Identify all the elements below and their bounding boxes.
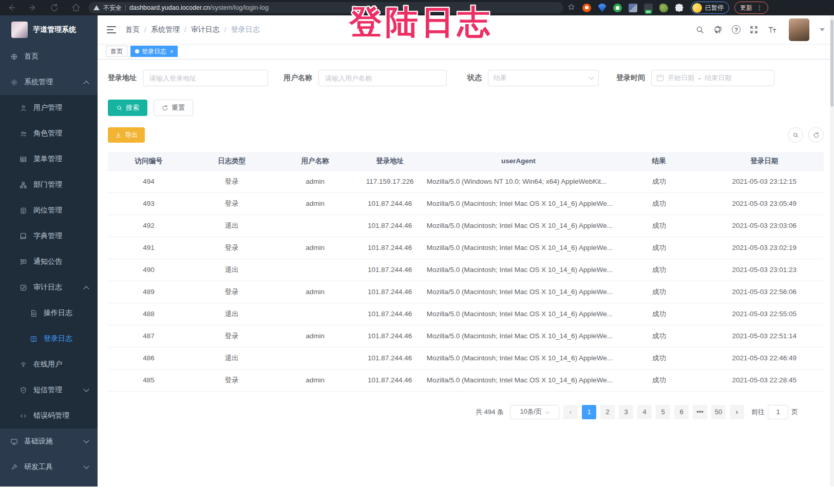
tag-home[interactable]: 首页 xyxy=(106,46,127,57)
sidebar-item-home[interactable]: 首页 xyxy=(0,44,98,69)
extension-icon-leaf[interactable] xyxy=(659,4,668,12)
extension-icon-puzzle[interactable] xyxy=(675,4,684,12)
table-row[interactable]: 485登录admin101.87.244.46Mozilla/5.0 (Maci… xyxy=(108,369,824,391)
fullscreen-icon[interactable] xyxy=(749,25,759,35)
username-input[interactable] xyxy=(318,70,447,86)
sidebar-item-dictionary[interactable]: 字典管理 xyxy=(0,223,98,249)
table-header-row: 访问编号 日志类型 用户名称 登录地址 userAgent 结果 登录日期 xyxy=(108,152,824,170)
goto-page-input[interactable] xyxy=(768,405,788,419)
address-label: 登录地址 xyxy=(108,73,137,83)
status-select[interactable]: 结果 xyxy=(488,70,599,86)
page-ellipsis[interactable]: ••• xyxy=(693,405,707,419)
page-button-5[interactable]: 5 xyxy=(656,405,670,419)
sidebar-item-roles[interactable]: 角色管理 xyxy=(0,121,98,146)
sidebar-item-error-codes[interactable]: 错误码管理 xyxy=(0,403,98,429)
table-row[interactable]: 488退出101.87.244.46Mozilla/5.0 (Macintosh… xyxy=(108,303,824,325)
extension-icon-green-circle[interactable] xyxy=(613,4,622,12)
monitor-icon xyxy=(10,438,18,445)
search-button[interactable]: 搜索 xyxy=(108,100,147,116)
main-area: 首页/ 系统管理/ 审计日志/ 登录日志 ? 首页 登录日志 × xyxy=(98,15,834,487)
font-size-icon[interactable] xyxy=(767,25,778,35)
address-input[interactable] xyxy=(143,70,268,86)
page-size-select[interactable]: 10条/页 xyxy=(510,405,559,419)
not-secure-warning-icon xyxy=(93,5,100,10)
page-content: 登录地址 用户名称 状态 结果 登录时间 开始日期 - 结束日期 xyxy=(98,60,834,487)
filter-actions: 搜索 重置 xyxy=(108,100,824,116)
sidebar-item-sms[interactable]: 短信管理 xyxy=(0,377,98,403)
update-label: 更新 xyxy=(740,4,752,12)
users-icon xyxy=(20,130,27,138)
breadcrumb-home[interactable]: 首页 xyxy=(125,25,140,34)
table-row[interactable]: 494登录admin117.159.17.226Mozilla/5.0 (Win… xyxy=(108,170,824,192)
collapse-sidebar-icon[interactable] xyxy=(107,26,116,33)
extension-icon-blue-squares[interactable] xyxy=(629,4,637,12)
browser-profile-badge[interactable]: 已暂停 xyxy=(691,2,729,14)
date-range-picker[interactable]: 开始日期 - 结束日期 xyxy=(651,70,774,86)
close-tag-icon[interactable]: × xyxy=(170,48,173,54)
user-avatar[interactable] xyxy=(789,18,809,41)
sidebar-item-audit-log[interactable]: 审计日志 xyxy=(0,275,98,300)
tag-login-log[interactable]: 登录日志 × xyxy=(130,46,178,57)
page-button-2[interactable]: 2 xyxy=(600,405,615,419)
extension-icon-list-on[interactable]: on xyxy=(644,4,653,12)
table-row[interactable]: 487登录admin101.87.244.46Mozilla/5.0 (Maci… xyxy=(108,325,824,347)
sidebar-item-posts[interactable]: 岗位管理 xyxy=(0,198,98,223)
extension-icon-blue-gem[interactable] xyxy=(598,4,606,12)
table-row[interactable]: 486退出101.87.244.46Mozilla/5.0 (Macintosh… xyxy=(108,347,824,369)
browser-back-icon[interactable] xyxy=(6,3,16,13)
toggle-search-button[interactable] xyxy=(788,127,803,143)
breadcrumb-audit[interactable]: 审计日志 xyxy=(191,25,220,34)
browser-update-button[interactable]: 更新 ⋮ xyxy=(734,2,768,14)
col-id: 访问编号 xyxy=(108,152,189,170)
sidebar-item-online-users[interactable]: 在线用户 xyxy=(0,352,98,377)
chevron-down-icon xyxy=(83,463,89,469)
table-row[interactable]: 489登录admin101.87.244.46Mozilla/5.0 (Maci… xyxy=(108,281,824,303)
browser-forward-icon[interactable] xyxy=(28,3,38,13)
url-text[interactable]: dashboard.yudao.iocoder.cn/system/log/lo… xyxy=(129,4,269,11)
page-button-50[interactable]: 50 xyxy=(711,405,726,419)
sidebar-item-dev-tools[interactable]: 研发工具 xyxy=(0,454,98,480)
sidebar-item-notices[interactable]: 通知公告 xyxy=(0,249,98,275)
goto-label: 前往 xyxy=(751,408,765,417)
github-icon[interactable] xyxy=(713,25,724,35)
chevron-up-icon xyxy=(83,286,89,292)
bookmark-star-icon[interactable] xyxy=(567,3,575,13)
browser-home-icon[interactable] xyxy=(71,3,81,13)
filter-form: 登录地址 用户名称 状态 结果 登录时间 开始日期 - 结束日期 xyxy=(108,70,824,86)
help-icon[interactable]: ? xyxy=(732,25,741,34)
sidebar-item-login-log[interactable]: 登录日志 xyxy=(0,326,98,352)
sidebar-item-menus[interactable]: 菜单管理 xyxy=(0,146,98,172)
sidebar-item-departments[interactable]: 部门管理 xyxy=(0,172,98,198)
extension-icon-orange[interactable] xyxy=(582,4,591,12)
page-button-4[interactable]: 4 xyxy=(637,405,652,419)
login-log-table: 访问编号 日志类型 用户名称 登录地址 userAgent 结果 登录日期 49… xyxy=(108,152,824,392)
scrollbar-thumb[interactable] xyxy=(830,20,833,107)
active-tag-dot xyxy=(135,49,139,53)
chevron-down-icon xyxy=(83,386,89,392)
table-row[interactable]: 490退出101.87.244.46Mozilla/5.0 (Macintosh… xyxy=(108,259,824,281)
search-icon[interactable] xyxy=(695,25,705,35)
page-button-3[interactable]: 3 xyxy=(619,405,633,419)
browser-reload-icon[interactable] xyxy=(49,3,60,13)
page-button-6[interactable]: 6 xyxy=(674,405,689,419)
breadcrumb-system[interactable]: 系统管理 xyxy=(151,25,180,34)
profile-avatar xyxy=(692,3,702,13)
refresh-table-button[interactable] xyxy=(808,127,824,143)
sidebar-item-users[interactable]: 用户管理 xyxy=(0,95,98,121)
table-row[interactable]: 491登录admin101.87.244.46Mozilla/5.0 (Maci… xyxy=(108,237,824,259)
app-logo-bar[interactable]: 芋道管理系统 xyxy=(0,15,98,44)
reset-button[interactable]: 重置 xyxy=(154,100,193,116)
table-row[interactable]: 492退出101.87.244.46Mozilla/5.0 (Macintosh… xyxy=(108,215,824,237)
page-scrollbar[interactable] xyxy=(830,15,834,487)
browser-menu-icon[interactable]: ⋮ xyxy=(756,5,763,10)
caret-down-icon[interactable] xyxy=(820,28,825,31)
export-button[interactable]: 导出 xyxy=(108,127,145,143)
next-page-button[interactable]: › xyxy=(730,405,744,419)
sidebar-item-system[interactable]: 系统管理 xyxy=(0,69,98,95)
prev-page-button[interactable]: ‹ xyxy=(563,405,578,419)
page-button-1[interactable]: 1 xyxy=(582,405,596,419)
sidebar-item-infrastructure[interactable]: 基础设施 xyxy=(0,429,98,454)
table-row[interactable]: 493登录admin101.87.244.46Mozilla/5.0 (Maci… xyxy=(108,192,824,215)
sidebar-item-operation-log[interactable]: 操作日志 xyxy=(0,300,98,326)
col-type: 日志类型 xyxy=(189,152,274,170)
